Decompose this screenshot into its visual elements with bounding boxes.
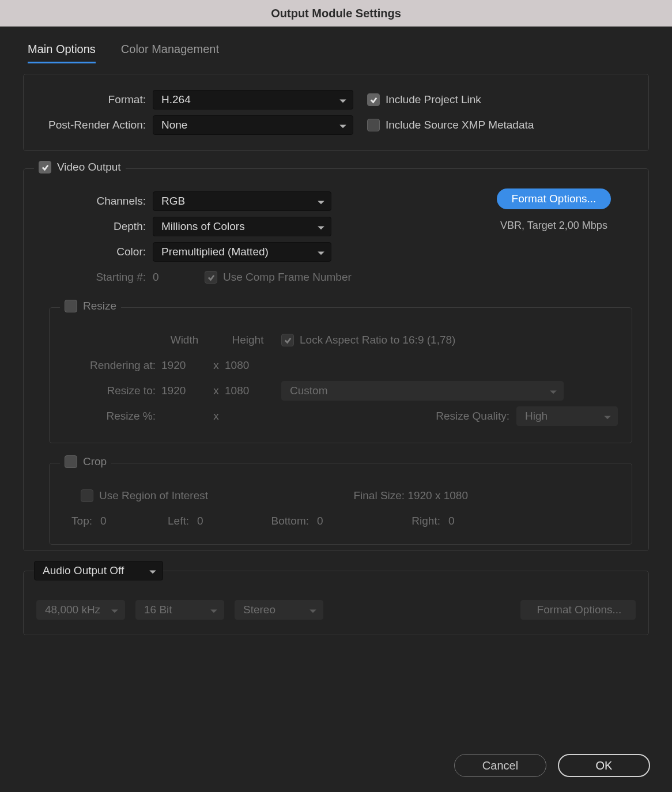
- audio-output-mode-value: Audio Output Off: [43, 564, 124, 577]
- crop-top-label: Top:: [63, 515, 92, 527]
- x-separator: x: [207, 410, 225, 423]
- final-size-label: Final Size: 1920 x 1080: [353, 489, 468, 502]
- crop-checkbox[interactable]: [65, 455, 77, 468]
- resize-pct-label: Resize %:: [63, 410, 161, 423]
- resize-height-header: Height: [225, 334, 271, 346]
- post-render-label: Post-Render Action:: [37, 119, 153, 131]
- crop-left-value: 0: [197, 515, 232, 527]
- format-label: Format:: [37, 93, 153, 106]
- lock-aspect-checkbox: [281, 334, 294, 346]
- video-output-checkbox[interactable]: [39, 161, 51, 174]
- resize-quality-label: Resize Quality:: [436, 410, 509, 423]
- crop-bottom-value: 0: [317, 515, 352, 527]
- video-output-group: Video Output Format Options... VBR, Targ…: [23, 168, 649, 551]
- audio-depth-value: 16 Bit: [144, 604, 172, 616]
- crop-right-label: Right:: [360, 515, 440, 527]
- chevron-down-icon: [339, 96, 347, 104]
- chevron-down-icon: [149, 567, 157, 575]
- color-value: Premultiplied (Matted): [161, 246, 269, 258]
- chevron-down-icon: [339, 121, 347, 129]
- include-project-link-checkbox[interactable]: [367, 93, 380, 106]
- crop-left-label: Left:: [143, 515, 189, 527]
- dialog-title: Output Module Settings: [271, 7, 401, 20]
- format-dropdown[interactable]: H.264: [153, 90, 353, 110]
- channels-label: Channels:: [37, 195, 153, 208]
- crop-legend: Crop: [83, 455, 107, 468]
- resize-to-height: 1080: [225, 384, 271, 397]
- depth-value: Millions of Colors: [161, 220, 245, 233]
- chevron-down-icon: [549, 387, 557, 395]
- resize-to-label: Resize to:: [63, 384, 161, 397]
- dialog-button-bar: Cancel OK: [454, 754, 650, 777]
- audio-output-mode-dropdown[interactable]: Audio Output Off: [34, 561, 163, 580]
- audio-channels-value: Stereo: [243, 604, 275, 616]
- audio-format-options-label: Format Options...: [537, 604, 622, 616]
- use-roi-label: Use Region of Interest: [99, 489, 208, 502]
- rendering-at-label: Rendering at:: [63, 359, 161, 372]
- color-label: Color:: [37, 246, 153, 258]
- audio-format-options-button: Format Options...: [520, 600, 636, 620]
- chevron-down-icon: [111, 606, 119, 614]
- chevron-down-icon: [317, 248, 325, 256]
- tab-color-management[interactable]: Color Management: [121, 43, 219, 63]
- resize-legend: Resize: [83, 300, 116, 312]
- rendering-height: 1080: [225, 359, 271, 372]
- video-format-options-button[interactable]: Format Options...: [497, 188, 611, 209]
- resize-quality-dropdown: High: [516, 406, 618, 426]
- starting-number-value: 0: [153, 271, 205, 284]
- titlebar: Output Module Settings: [0, 0, 672, 27]
- chevron-down-icon: [210, 606, 218, 614]
- resize-width-header: Width: [161, 334, 207, 346]
- ok-button[interactable]: OK: [558, 754, 650, 777]
- use-comp-frame-checkbox: [205, 271, 217, 284]
- use-roi-checkbox: [81, 489, 93, 502]
- audio-output-group: Audio Output Off 48,000 kHz 16 Bit Stere…: [23, 571, 649, 635]
- audio-channels-dropdown: Stereo: [235, 600, 323, 620]
- audio-depth-dropdown: 16 Bit: [135, 600, 224, 620]
- resize-quality-value: High: [525, 410, 548, 423]
- depth-dropdown[interactable]: Millions of Colors: [153, 217, 331, 236]
- tab-bar: Main Options Color Management: [0, 27, 672, 63]
- x-separator: x: [207, 384, 225, 397]
- include-project-link-label: Include Project Link: [386, 93, 481, 106]
- lock-aspect-label: Lock Aspect Ratio to 16:9 (1,78): [300, 334, 455, 346]
- audio-rate-value: 48,000 kHz: [45, 604, 100, 616]
- rendering-width: 1920: [161, 359, 207, 372]
- resize-preset-dropdown: Custom: [281, 381, 564, 401]
- resize-checkbox[interactable]: [65, 300, 77, 312]
- audio-rate-dropdown: 48,000 kHz: [36, 600, 125, 620]
- crop-right-value: 0: [448, 515, 483, 527]
- resize-group: Resize Width Height Lock Aspect Ratio to…: [49, 307, 632, 443]
- include-xmp-checkbox[interactable]: [367, 119, 380, 131]
- resize-to-width: 1920: [161, 384, 207, 397]
- video-output-legend: Video Output: [57, 161, 121, 174]
- resize-preset-value: Custom: [290, 384, 327, 397]
- channels-dropdown[interactable]: RGB: [153, 191, 331, 211]
- cancel-button[interactable]: Cancel: [454, 754, 546, 777]
- starting-number-label: Starting #:: [37, 271, 153, 284]
- post-render-dropdown[interactable]: None: [153, 115, 353, 135]
- format-panel: Format: H.264 Include Project Link Post-…: [23, 74, 649, 151]
- chevron-down-icon: [309, 606, 317, 614]
- channels-value: RGB: [161, 195, 185, 208]
- use-comp-frame-label: Use Comp Frame Number: [223, 271, 352, 284]
- include-xmp-label: Include Source XMP Metadata: [386, 119, 534, 131]
- chevron-down-icon: [317, 222, 325, 231]
- chevron-down-icon: [603, 412, 611, 420]
- dialog-body: Main Options Color Management Format: H.…: [0, 27, 672, 792]
- crop-bottom-label: Bottom:: [240, 515, 309, 527]
- color-dropdown[interactable]: Premultiplied (Matted): [153, 242, 331, 262]
- crop-group: Crop Use Region of Interest Final Size: …: [49, 463, 632, 545]
- post-render-value: None: [161, 119, 187, 131]
- depth-label: Depth:: [37, 220, 153, 233]
- format-value: H.264: [161, 93, 191, 106]
- codec-info-text: VBR, Target 2,00 Mbps: [500, 220, 607, 232]
- crop-top-value: 0: [100, 515, 135, 527]
- x-separator: x: [207, 359, 225, 372]
- chevron-down-icon: [317, 197, 325, 205]
- tab-main-options[interactable]: Main Options: [28, 43, 96, 63]
